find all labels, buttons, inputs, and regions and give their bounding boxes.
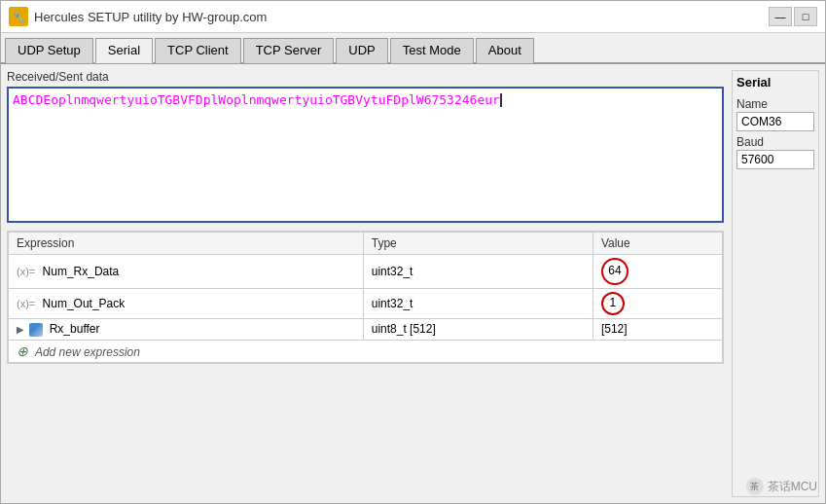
expr-rx-buffer: ▶ Rx_buffer xyxy=(9,319,364,341)
title-bar: 🔧 Hercules SETUP utility by HW-group.com… xyxy=(1,1,825,33)
type-rx-buffer: uint8_t [512] xyxy=(363,319,593,341)
app-icon: 🔧 xyxy=(9,7,28,26)
expand-icon[interactable]: ▶ xyxy=(17,324,24,335)
watchpoint-icon: (x)= xyxy=(17,266,35,277)
add-expression-cell[interactable]: ⊕ Add new expression xyxy=(9,340,723,362)
expr-num-rx-data: (x)= Num_Rx_Data xyxy=(9,255,364,289)
received-label: Received/Sent data xyxy=(7,70,724,84)
tab-serial[interactable]: Serial xyxy=(95,38,153,63)
debug-table-container: Expression Type Value (x)= Num_Rx_Data u… xyxy=(7,231,724,364)
left-panel: Received/Sent data ABCDEoplnmqwertyuioTG… xyxy=(7,70,724,497)
tab-test-mode[interactable]: Test Mode xyxy=(390,38,474,63)
add-expression-row[interactable]: ⊕ Add new expression xyxy=(9,340,723,362)
baud-input[interactable] xyxy=(736,150,814,169)
watermark-text: 茶话MCU xyxy=(768,479,817,495)
serial-panel: Serial Name Baud xyxy=(732,70,819,497)
table-row: (x)= Num_Out_Pack uint32_t 1 xyxy=(9,289,723,319)
type-num-rx-data: uint32_t xyxy=(363,255,593,289)
tab-udp-setup[interactable]: UDP Setup xyxy=(5,38,93,63)
baud-label: Baud xyxy=(736,135,814,149)
table-row: ▶ Rx_buffer uint8_t [512] [512] xyxy=(9,319,723,341)
tab-about[interactable]: About xyxy=(476,38,534,63)
main-window: 🔧 Hercules SETUP utility by HW-group.com… xyxy=(0,0,826,504)
add-expression-label: Add new expression xyxy=(35,345,140,359)
tab-tcp-client[interactable]: TCP Client xyxy=(155,38,241,63)
text-cursor xyxy=(500,93,502,107)
value-rx-buffer: [512] xyxy=(593,319,722,341)
col-value: Value xyxy=(593,233,722,255)
table-row: (x)= Num_Rx_Data uint32_t 64 xyxy=(9,255,723,289)
value-num-out-pack: 1 xyxy=(593,289,722,319)
watchpoint-icon-2: (x)= xyxy=(17,298,35,309)
watermark: 茶 茶话MCU xyxy=(746,478,817,495)
value-badge-64: 64 xyxy=(601,258,628,285)
tab-udp[interactable]: UDP xyxy=(336,38,387,63)
expr-num-out-pack: (x)= Num_Out_Pack xyxy=(9,289,364,319)
col-expression: Expression xyxy=(9,233,364,255)
minimize-button[interactable]: — xyxy=(769,7,792,26)
restore-button[interactable]: □ xyxy=(794,7,817,26)
serial-panel-title: Serial xyxy=(736,75,814,90)
col-type: Type xyxy=(363,233,593,255)
name-label: Name xyxy=(736,97,814,111)
value-badge-1: 1 xyxy=(601,292,625,315)
buffer-icon xyxy=(29,323,43,337)
received-data-box[interactable]: ABCDEoplnmqwertyuioTGBVFDplWoplnmqwertyu… xyxy=(7,87,724,223)
window-controls: — □ xyxy=(769,7,817,26)
name-input[interactable] xyxy=(736,112,814,131)
tab-tcp-server[interactable]: TCP Server xyxy=(243,38,335,63)
debug-table: Expression Type Value (x)= Num_Rx_Data u… xyxy=(8,232,723,363)
received-data-text: ABCDEoplnmqwertyuioTGBVFDplWoplnmqwertyu… xyxy=(13,92,500,107)
value-num-rx-data: 64 xyxy=(593,255,722,289)
type-num-out-pack: uint32_t xyxy=(363,289,593,319)
tab-bar: UDP Setup Serial TCP Client TCP Server U… xyxy=(1,33,825,64)
watermark-icon: 茶 xyxy=(746,478,764,495)
add-icon: ⊕ xyxy=(17,343,28,359)
window-title: Hercules SETUP utility by HW-group.com xyxy=(34,10,763,24)
